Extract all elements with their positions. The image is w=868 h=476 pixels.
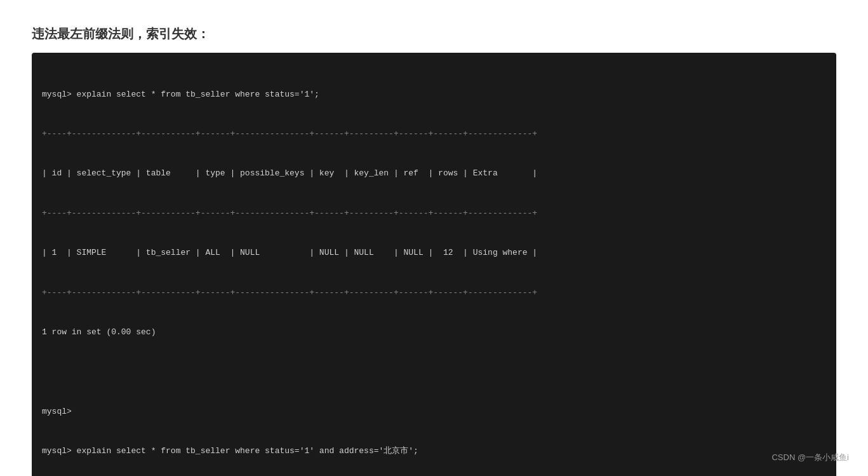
header-row-1: | id | select_type | table | type | poss… bbox=[42, 167, 826, 180]
sep-1-3: +----+-------------+-----------+------+-… bbox=[42, 287, 826, 300]
result-line-1: 1 row in set (0.00 sec) bbox=[42, 326, 826, 339]
terminal-block-1: mysql> explain select * from tb_seller w… bbox=[32, 53, 836, 476]
prompt-line-1: mysql> bbox=[42, 405, 826, 419]
cmd-line-2: mysql> explain select * from tb_seller w… bbox=[42, 445, 826, 458]
sep-1-2: +----+-------------+-----------+------+-… bbox=[42, 207, 826, 221]
watermark: CSDN @一条小咸鱼i bbox=[771, 452, 849, 463]
data-row-1: | 1 | SIMPLE | tb_seller | ALL | NULL | … bbox=[42, 247, 826, 260]
section1: 违法最左前缀法则，索引失效： mysql> explain select * f… bbox=[32, 25, 836, 476]
section1-title: 违法最左前缀法则，索引失效： bbox=[32, 25, 836, 43]
cmd-line-1: mysql> explain select * from tb_seller w… bbox=[42, 88, 826, 102]
blank-line-1 bbox=[42, 365, 826, 379]
sep-1-1: +----+-------------+-----------+------+-… bbox=[42, 128, 826, 141]
